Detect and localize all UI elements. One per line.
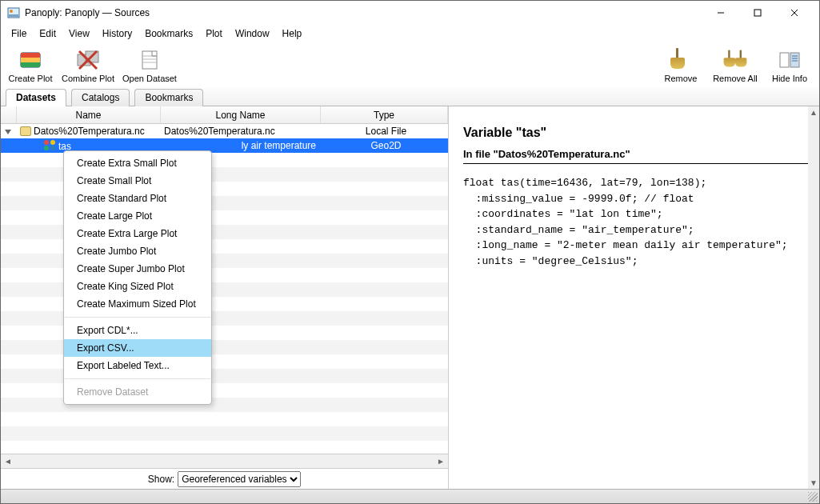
menu-view[interactable]: View	[63, 26, 95, 41]
svg-rect-2	[9, 14, 18, 17]
col-type[interactable]: Type	[321, 106, 448, 123]
context-menu: Create Extra Small PlotCreate Small Plot…	[63, 150, 212, 405]
svg-point-1	[10, 10, 13, 13]
context-menu-item[interactable]: Create Small Plot	[64, 172, 211, 190]
hide-info-button[interactable]: Hide Info	[766, 48, 813, 83]
variable-longname: ly air temperature	[161, 140, 321, 151]
remove-all-label: Remove All	[713, 74, 758, 83]
menu-bar: File Edit View History Bookmarks Plot Wi…	[1, 25, 819, 42]
status-bar	[1, 489, 819, 503]
context-menu-item[interactable]: Export CDL*...	[64, 322, 211, 339]
svg-rect-17	[790, 53, 799, 67]
show-label: Show:	[148, 474, 174, 485]
file-icon	[20, 126, 31, 136]
open-dataset-label: Open Dataset	[122, 74, 177, 83]
info-code: float tas(time=16436, lat=79, lon=138); …	[463, 175, 810, 269]
remove-all-icon	[723, 48, 747, 72]
svg-rect-8	[21, 53, 40, 58]
svg-rect-10	[21, 62, 40, 67]
toolbar: Create Plot Combine Plot Open Dataset Re…	[1, 42, 819, 87]
svg-rect-16	[780, 53, 789, 67]
maximize-button[interactable]	[739, 1, 776, 25]
context-menu-item[interactable]: Create Maximum Sized Plot	[64, 295, 211, 313]
open-dataset-icon	[138, 48, 162, 72]
file-type: Local File	[321, 126, 448, 137]
menu-edit[interactable]: Edit	[34, 26, 62, 41]
vertical-scrollbar[interactable]: ▲ ▼	[808, 106, 819, 489]
remove-icon	[669, 48, 693, 72]
svg-rect-9	[21, 58, 40, 62]
app-icon	[7, 6, 20, 19]
close-button[interactable]	[776, 1, 813, 25]
menu-file[interactable]: File	[6, 26, 32, 41]
tab-bookmarks[interactable]: Bookmarks	[134, 89, 203, 106]
scroll-left-icon[interactable]: ◄	[1, 457, 15, 466]
scroll-down-icon[interactable]: ▼	[808, 478, 819, 487]
datasets-pane: Name Long Name Type Datos%20Temperatura.…	[1, 106, 449, 489]
create-plot-label: Create Plot	[8, 74, 52, 83]
remove-label: Remove	[665, 74, 698, 83]
disclosure-triangle-icon[interactable]	[5, 130, 11, 134]
hide-info-icon	[778, 48, 802, 72]
open-dataset-button[interactable]: Open Dataset	[122, 48, 177, 83]
resize-grip-icon[interactable]	[808, 492, 818, 502]
context-menu-item: Remove Dataset	[64, 383, 211, 401]
minimize-button[interactable]	[702, 1, 739, 25]
info-heading: Variable "tas"	[463, 126, 810, 140]
window-title: Panoply: Panoply — Sources	[25, 7, 702, 18]
context-menu-item[interactable]: Create Jumbo Plot	[64, 242, 211, 260]
context-menu-item[interactable]: Create Large Plot	[64, 207, 211, 225]
horizontal-scrollbar[interactable]: ◄ ►	[1, 454, 448, 468]
context-menu-item[interactable]: Export CSV...	[64, 339, 211, 357]
context-menu-item[interactable]: Create Extra Small Plot	[64, 154, 211, 172]
context-menu-item[interactable]: Create Standard Plot	[64, 190, 211, 207]
menu-help[interactable]: Help	[277, 26, 308, 41]
col-name[interactable]: Name	[17, 106, 161, 123]
remove-all-button[interactable]: Remove All	[712, 48, 758, 83]
scroll-up-icon[interactable]: ▲	[808, 108, 819, 117]
combine-plot-button[interactable]: Combine Plot	[62, 48, 114, 83]
create-plot-icon	[18, 48, 42, 72]
col-disclosure[interactable]	[1, 106, 17, 123]
file-longname: Datos%20Temperatura.nc	[161, 126, 321, 137]
column-headers: Name Long Name Type	[1, 106, 448, 124]
svg-rect-15	[142, 51, 157, 69]
info-pane: Variable "tas" In file "Datos%20Temperat…	[449, 106, 819, 489]
menu-history[interactable]: History	[97, 26, 138, 41]
hide-info-label: Hide Info	[772, 74, 807, 83]
tab-datasets[interactable]: Datasets	[6, 89, 66, 106]
show-select[interactable]: Georeferenced variables	[178, 471, 301, 487]
remove-button[interactable]: Remove	[658, 48, 704, 83]
show-bar: Show: Georeferenced variables	[1, 468, 448, 489]
title-bar: Panoply: Panoply — Sources	[1, 1, 819, 25]
scroll-right-icon[interactable]: ►	[434, 457, 448, 466]
variable-type: Geo2D	[321, 140, 448, 151]
context-menu-item[interactable]: Create Extra Large Plot	[64, 225, 211, 242]
context-menu-item[interactable]: Create King Sized Plot	[64, 278, 211, 295]
create-plot-button[interactable]: Create Plot	[7, 48, 54, 83]
svg-rect-4	[754, 10, 761, 16]
variable-icon	[44, 140, 55, 150]
file-name: Datos%20Temperatura.nc	[34, 126, 145, 137]
tab-strip: Datasets Catalogs Bookmarks	[1, 87, 819, 106]
info-subheading: In file "Datos%20Temperatura.nc"	[463, 148, 810, 164]
context-menu-item[interactable]: Create Super Jumbo Plot	[64, 260, 211, 278]
menu-window[interactable]: Window	[230, 26, 275, 41]
combine-plot-icon	[76, 48, 100, 72]
tree-row-file[interactable]: Datos%20Temperatura.nc Datos%20Temperatu…	[1, 124, 448, 138]
menu-plot[interactable]: Plot	[200, 26, 228, 41]
tab-catalogs[interactable]: Catalogs	[71, 89, 130, 106]
tree-body[interactable]: Datos%20Temperatura.nc Datos%20Temperatu…	[1, 124, 448, 454]
menu-bookmarks[interactable]: Bookmarks	[139, 26, 198, 41]
col-longname[interactable]: Long Name	[161, 106, 321, 123]
context-menu-item[interactable]: Export Labeled Text...	[64, 357, 211, 374]
combine-plot-label: Combine Plot	[62, 74, 114, 83]
